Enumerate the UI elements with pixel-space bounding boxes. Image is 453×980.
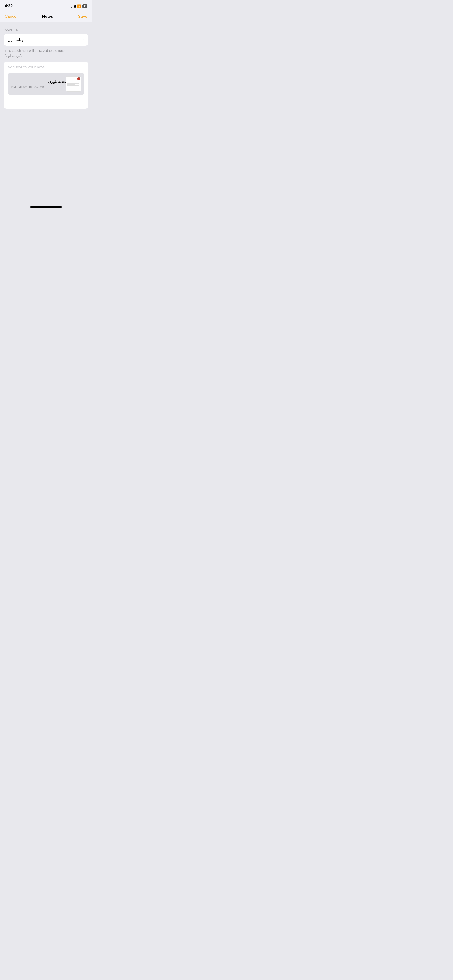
save-button[interactable]: Save — [78, 14, 87, 19]
navigation-bar: Cancel Notes Save — [0, 11, 92, 22]
status-bar: 4:32 📶 36 — [0, 0, 92, 11]
save-to-label: SAVE TO: — [4, 28, 88, 32]
attachment-preview: ⌄ ⌄ — [66, 76, 81, 92]
description-text: This attachment will be saved to the not… — [4, 48, 88, 58]
home-indicator — [30, 206, 62, 208]
attachment-meta: PDF Document · 2.3 MB — [11, 85, 66, 88]
status-time: 4:32 — [5, 4, 13, 8]
bottom-area — [0, 206, 92, 277]
note-name: برنامه اول — [8, 37, 24, 42]
note-text-area[interactable]: Add text to your note... تغذیه تئوری PDF… — [4, 62, 88, 109]
attachment-card: تغذیه تئوری PDF Document · 2.3 MB ⌄ — [8, 73, 85, 95]
wifi-icon: 📶 — [77, 5, 81, 8]
main-content: SAVE TO: برنامه اول › This attachment wi… — [0, 22, 92, 197]
note-placeholder: Add text to your note... — [8, 65, 85, 70]
cancel-button[interactable]: Cancel — [5, 14, 17, 19]
expand-icon: ⌄ ⌄ — [78, 76, 81, 83]
chevron-right-icon: › — [83, 38, 85, 42]
home-indicator-area — [0, 206, 92, 210]
note-selector[interactable]: برنامه اول › — [4, 34, 88, 46]
signal-icon — [72, 5, 76, 8]
attachment-info: تغذیه تئوری PDF Document · 2.3 MB — [11, 80, 66, 88]
status-icons: 📶 36 — [72, 5, 87, 8]
page-title: Notes — [42, 14, 53, 19]
battery-icon: 36 — [82, 5, 87, 8]
attachment-title: تغذیه تئوری — [11, 80, 66, 84]
